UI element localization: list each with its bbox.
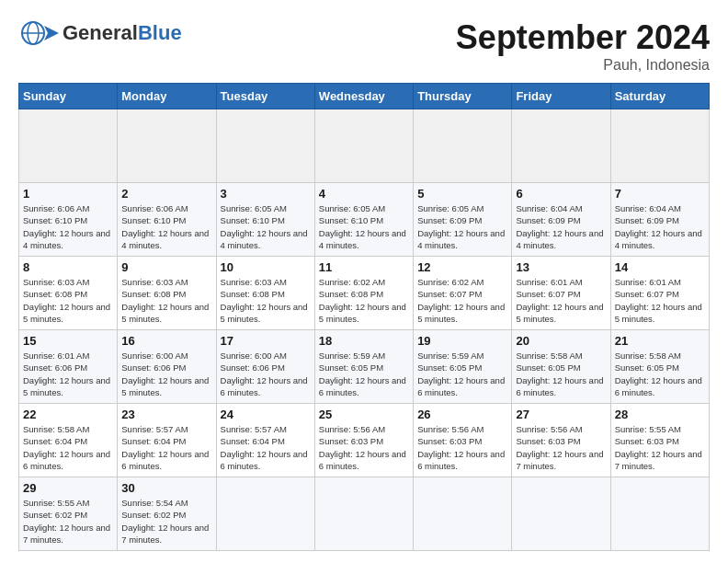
day-cell: 28Sunrise: 5:55 AM Sunset: 6:03 PM Dayli… (610, 404, 709, 477)
logo: GeneralBlue (18, 18, 182, 48)
day-info: Sunrise: 5:56 AM Sunset: 6:03 PM Dayligh… (319, 423, 409, 472)
day-cell: 18Sunrise: 5:59 AM Sunset: 6:05 PM Dayli… (314, 330, 413, 404)
day-cell: 6Sunrise: 6:04 AM Sunset: 6:09 PM Daylig… (512, 183, 610, 257)
col-header-monday: Monday (118, 84, 216, 109)
day-cell (414, 477, 512, 551)
day-cell: 3Sunrise: 6:05 AM Sunset: 6:10 PM Daylig… (216, 183, 314, 257)
day-info: Sunrise: 6:02 AM Sunset: 6:08 PM Dayligh… (319, 276, 409, 325)
day-number: 8 (23, 260, 113, 274)
day-info: Sunrise: 6:03 AM Sunset: 6:08 PM Dayligh… (221, 276, 311, 325)
day-number: 1 (23, 187, 113, 201)
day-info: Sunrise: 6:05 AM Sunset: 6:09 PM Dayligh… (417, 202, 507, 251)
day-info: Sunrise: 6:05 AM Sunset: 6:10 PM Dayligh… (319, 202, 409, 251)
day-number: 30 (121, 481, 211, 495)
day-cell (512, 109, 610, 183)
day-number: 27 (516, 408, 606, 421)
day-info: Sunrise: 5:57 AM Sunset: 6:04 PM Dayligh… (221, 423, 311, 472)
week-row-0 (19, 109, 710, 183)
day-cell (610, 477, 709, 551)
col-header-saturday: Saturday (610, 84, 709, 109)
day-cell: 1Sunrise: 6:06 AM Sunset: 6:10 PM Daylig… (19, 183, 118, 257)
day-info: Sunrise: 6:02 AM Sunset: 6:07 PM Dayligh… (417, 276, 507, 325)
day-number: 24 (221, 408, 311, 421)
day-cell (314, 109, 413, 183)
day-cell: 8Sunrise: 6:03 AM Sunset: 6:08 PM Daylig… (19, 257, 118, 330)
day-number: 6 (516, 187, 606, 201)
day-number: 5 (417, 187, 507, 201)
day-info: Sunrise: 6:04 AM Sunset: 6:09 PM Dayligh… (615, 202, 705, 251)
day-cell: 11Sunrise: 6:02 AM Sunset: 6:08 PM Dayli… (314, 257, 413, 330)
calendar-body: 1Sunrise: 6:06 AM Sunset: 6:10 PM Daylig… (19, 109, 710, 551)
day-cell: 26Sunrise: 5:56 AM Sunset: 6:03 PM Dayli… (414, 404, 512, 477)
day-cell: 19Sunrise: 5:59 AM Sunset: 6:05 PM Dayli… (414, 330, 512, 404)
calendar-header: SundayMondayTuesdayWednesdayThursdayFrid… (19, 84, 710, 109)
logo-name: GeneralBlue (63, 22, 182, 44)
day-cell (314, 477, 413, 551)
day-cell: 9Sunrise: 6:03 AM Sunset: 6:08 PM Daylig… (118, 257, 216, 330)
week-row-1: 1Sunrise: 6:06 AM Sunset: 6:10 PM Daylig… (19, 183, 710, 257)
day-cell: 27Sunrise: 5:56 AM Sunset: 6:03 PM Dayli… (512, 404, 610, 477)
day-info: Sunrise: 6:05 AM Sunset: 6:10 PM Dayligh… (221, 202, 311, 251)
day-info: Sunrise: 5:55 AM Sunset: 6:02 PM Dayligh… (23, 497, 113, 546)
day-info: Sunrise: 6:01 AM Sunset: 6:06 PM Dayligh… (23, 350, 113, 398)
day-info: Sunrise: 5:57 AM Sunset: 6:04 PM Dayligh… (121, 423, 211, 472)
month-title: September 2024 (456, 18, 710, 57)
day-number: 28 (615, 408, 705, 421)
day-cell: 30Sunrise: 5:54 AM Sunset: 6:02 PM Dayli… (118, 477, 216, 551)
day-number: 7 (615, 187, 705, 201)
day-cell: 24Sunrise: 5:57 AM Sunset: 6:04 PM Dayli… (216, 404, 314, 477)
day-info: Sunrise: 5:59 AM Sunset: 6:05 PM Dayligh… (319, 350, 409, 398)
day-cell (512, 477, 610, 551)
day-cell: 15Sunrise: 6:01 AM Sunset: 6:06 PM Dayli… (19, 330, 118, 404)
day-cell (610, 109, 709, 183)
day-cell: 21Sunrise: 5:58 AM Sunset: 6:05 PM Dayli… (610, 330, 709, 404)
col-header-sunday: Sunday (19, 84, 118, 109)
day-info: Sunrise: 6:03 AM Sunset: 6:08 PM Dayligh… (121, 276, 211, 325)
day-number: 29 (23, 481, 113, 495)
day-cell: 17Sunrise: 6:00 AM Sunset: 6:06 PM Dayli… (216, 330, 314, 404)
day-info: Sunrise: 6:01 AM Sunset: 6:07 PM Dayligh… (615, 276, 705, 325)
day-info: Sunrise: 6:06 AM Sunset: 6:10 PM Dayligh… (121, 202, 211, 251)
day-info: Sunrise: 5:55 AM Sunset: 6:03 PM Dayligh… (615, 423, 705, 472)
day-info: Sunrise: 6:00 AM Sunset: 6:06 PM Dayligh… (121, 350, 211, 398)
day-number: 11 (319, 260, 409, 274)
page-header: GeneralBlue September 2024 Pauh, Indones… (18, 18, 710, 74)
day-info: Sunrise: 5:58 AM Sunset: 6:05 PM Dayligh… (615, 350, 705, 398)
day-cell: 20Sunrise: 5:58 AM Sunset: 6:05 PM Dayli… (512, 330, 610, 404)
day-info: Sunrise: 6:06 AM Sunset: 6:10 PM Dayligh… (23, 202, 113, 251)
day-number: 19 (417, 334, 507, 348)
title-block: September 2024 Pauh, Indonesia (456, 18, 710, 74)
day-info: Sunrise: 5:59 AM Sunset: 6:05 PM Dayligh… (417, 350, 507, 398)
day-number: 10 (221, 260, 311, 274)
week-row-4: 22Sunrise: 5:58 AM Sunset: 6:04 PM Dayli… (19, 404, 710, 477)
day-number: 13 (516, 260, 606, 274)
day-cell: 23Sunrise: 5:57 AM Sunset: 6:04 PM Dayli… (118, 404, 216, 477)
logo-icon (18, 18, 59, 48)
week-row-2: 8Sunrise: 6:03 AM Sunset: 6:08 PM Daylig… (19, 257, 710, 330)
location: Pauh, Indonesia (456, 57, 710, 74)
day-number: 25 (319, 408, 409, 421)
day-cell: 2Sunrise: 6:06 AM Sunset: 6:10 PM Daylig… (118, 183, 216, 257)
day-cell (414, 109, 512, 183)
day-number: 21 (615, 334, 705, 348)
day-number: 17 (221, 334, 311, 348)
header-row: SundayMondayTuesdayWednesdayThursdayFrid… (19, 84, 710, 109)
day-number: 12 (417, 260, 507, 274)
day-number: 26 (417, 408, 507, 421)
day-cell: 10Sunrise: 6:03 AM Sunset: 6:08 PM Dayli… (216, 257, 314, 330)
day-cell (118, 109, 216, 183)
week-row-5: 29Sunrise: 5:55 AM Sunset: 6:02 PM Dayli… (19, 477, 710, 551)
col-header-friday: Friday (512, 84, 610, 109)
day-cell (19, 109, 118, 183)
logo-general: General (63, 21, 138, 44)
day-number: 18 (319, 334, 409, 348)
day-cell: 7Sunrise: 6:04 AM Sunset: 6:09 PM Daylig… (610, 183, 709, 257)
day-number: 22 (23, 408, 113, 421)
day-info: Sunrise: 5:58 AM Sunset: 6:05 PM Dayligh… (516, 350, 606, 398)
col-header-thursday: Thursday (414, 84, 512, 109)
day-number: 16 (121, 334, 211, 348)
col-header-tuesday: Tuesday (216, 84, 314, 109)
day-number: 15 (23, 334, 113, 348)
day-number: 4 (319, 187, 409, 201)
logo-blue: Blue (138, 21, 182, 44)
